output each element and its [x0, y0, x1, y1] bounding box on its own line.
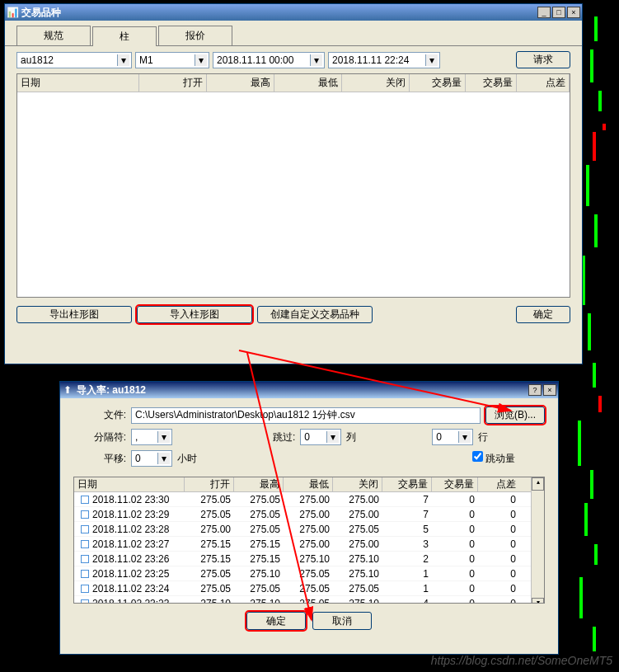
import-button[interactable]: 导入柱形图 — [137, 306, 252, 323]
chevron-down-icon[interactable]: ▾ — [157, 453, 170, 464]
w1-title: 交易品种 — [21, 6, 537, 20]
minimize-button[interactable]: _ — [537, 7, 551, 18]
skip-rows-combo[interactable]: 0▾ — [432, 429, 473, 445]
help-button[interactable]: ? — [528, 384, 542, 396]
col-date[interactable]: 日期 — [17, 74, 139, 92]
bar-icon — [81, 540, 89, 548]
cols-suffix: 列 — [346, 430, 356, 444]
ok-button[interactable]: 确定 — [516, 306, 570, 323]
timeframe-combo[interactable]: M1▾ — [135, 52, 209, 68]
file-label: 文件: — [73, 408, 126, 422]
chevron-down-icon[interactable]: ▾ — [458, 431, 471, 443]
chevron-down-icon[interactable]: ▾ — [195, 54, 207, 66]
bar-icon — [81, 555, 89, 563]
table-row[interactable]: 2018.11.02 23:23 275.10275.10 275.05275.… — [74, 596, 531, 604]
grid2-header: 日期 打开 最高 最低 关闭 交易量 交易量 点差 — [74, 477, 531, 492]
tick-checkbox-input[interactable] — [472, 451, 483, 462]
tab-spec[interactable]: 规范 — [16, 26, 91, 45]
grid-body-empty — [17, 92, 570, 297]
table-row[interactable]: 2018.11.02 23:24 275.05275.05 275.05275.… — [74, 581, 531, 596]
shift-combo[interactable]: 0▾ — [131, 450, 172, 467]
import-dialog: ⬆ 导入率: au1812 ? × 文件: 浏览(B)... 分隔符: ,▾ 跳… — [59, 381, 559, 655]
table-row[interactable]: 2018.11.02 23:30 275.05275.05 275.00275.… — [74, 492, 531, 507]
export-button[interactable]: 导出柱形图 — [16, 306, 132, 323]
table-row[interactable]: 2018.11.02 23:26 275.15275.15 275.10275.… — [74, 552, 531, 566]
dialog-buttons: 确定 取消 — [60, 604, 558, 638]
skip-label: 跳过: — [273, 430, 295, 444]
table-row[interactable]: 2018.11.02 23:28 275.00275.05 275.00275.… — [74, 522, 531, 537]
table-row[interactable]: 2018.11.02 23:25 275.05275.10 275.05275.… — [74, 566, 531, 581]
chevron-down-icon[interactable]: ▾ — [326, 431, 339, 443]
chevron-down-icon[interactable]: ▾ — [425, 54, 438, 66]
tab-bars[interactable]: 柱 — [92, 26, 157, 46]
form-area: 文件: 浏览(B)... 分隔符: ,▾ 跳过: 0▾ 列 0▾ 行 平移: 0… — [60, 398, 558, 477]
browse-button[interactable]: 浏览(B)... — [485, 406, 545, 424]
file-input[interactable] — [131, 407, 481, 424]
bars-grid: 日期 打开 最高 最低 关闭 交易量 交易量 点差 — [16, 73, 570, 298]
col-close[interactable]: 关闭 — [342, 74, 410, 92]
import-icon: ⬆ — [62, 384, 73, 396]
w2-titlebar: ⬆ 导入率: au1812 ? × — [60, 382, 558, 398]
chevron-down-icon[interactable]: ▾ — [117, 54, 129, 66]
bar-icon — [81, 525, 89, 533]
symbol-combo[interactable]: au1812▾ — [16, 52, 132, 68]
symbol-window: 📊 交易品种 _ □ × 规范 柱 报价 au1812▾ M1▾ 2018.11… — [4, 3, 583, 364]
shift-suffix: 小时 — [177, 452, 197, 466]
grid-header: 日期 打开 最高 最低 关闭 交易量 交易量 点差 — [17, 74, 570, 92]
bar-icon — [81, 570, 89, 578]
sep-combo[interactable]: ,▾ — [131, 429, 172, 445]
chevron-down-icon[interactable]: ▾ — [157, 431, 170, 443]
w1-titlebar: 📊 交易品种 _ □ × — [5, 4, 582, 21]
maximize-button[interactable]: □ — [552, 7, 565, 18]
request-button[interactable]: 请求 — [516, 51, 570, 68]
app-icon: 📊 — [7, 7, 18, 18]
watermark: https://blog.csdn.net/SomeOneMT5 — [431, 654, 612, 667]
date-to-combo[interactable]: 2018.11.11 22:24▾ — [328, 52, 440, 68]
tab-quotes[interactable]: 报价 — [158, 26, 232, 45]
close-button[interactable]: × — [567, 7, 580, 18]
create-symbol-button[interactable]: 创建自定义交易品种 — [257, 306, 373, 323]
w2-title: 导入率: au1812 — [77, 383, 528, 397]
date-from-combo[interactable]: 2018.11.11 00:00▾ — [213, 52, 325, 68]
close-button[interactable]: × — [543, 384, 556, 396]
bar-icon — [81, 496, 89, 504]
tab-bar: 规范 柱 报价 — [5, 21, 582, 46]
col-vol1[interactable]: 交易量 — [410, 74, 466, 92]
ok-button[interactable]: 确定 — [246, 612, 306, 630]
rows-suffix: 行 — [478, 430, 488, 444]
table-row[interactable]: 2018.11.02 23:27 275.15275.15 275.00275.… — [74, 537, 531, 552]
tick-checkbox[interactable]: 跳动量 — [472, 451, 515, 466]
shift-label: 平移: — [73, 452, 126, 466]
skip-cols-combo[interactable]: 0▾ — [300, 429, 341, 445]
bar-icon — [81, 585, 89, 593]
button-row: 导出柱形图 导入柱形图 创建自定义交易品种 确定 — [5, 298, 582, 328]
filter-toolbar: au1812▾ M1▾ 2018.11.11 00:00▾ 2018.11.11… — [5, 46, 582, 73]
scrollbar[interactable]: ▴ ▾ — [531, 477, 544, 604]
sep-label: 分隔符: — [73, 430, 126, 444]
cancel-button[interactable]: 取消 — [312, 612, 372, 630]
scroll-up-icon[interactable]: ▴ — [532, 477, 544, 491]
preview-grid: 日期 打开 最高 最低 关闭 交易量 交易量 点差 2018.11.02 23:… — [73, 477, 545, 604]
col-open[interactable]: 打开 — [139, 74, 207, 92]
bar-icon — [81, 510, 89, 519]
chart-background — [578, 0, 619, 672]
col-spread[interactable]: 点差 — [517, 74, 570, 92]
col-vol2[interactable]: 交易量 — [466, 74, 517, 92]
chevron-down-icon[interactable]: ▾ — [310, 54, 322, 66]
col-low[interactable]: 最低 — [274, 74, 342, 92]
table-row[interactable]: 2018.11.02 23:29 275.05275.05 275.00275.… — [74, 507, 531, 522]
col-high[interactable]: 最高 — [207, 74, 274, 92]
scroll-down-icon[interactable]: ▾ — [532, 598, 544, 604]
